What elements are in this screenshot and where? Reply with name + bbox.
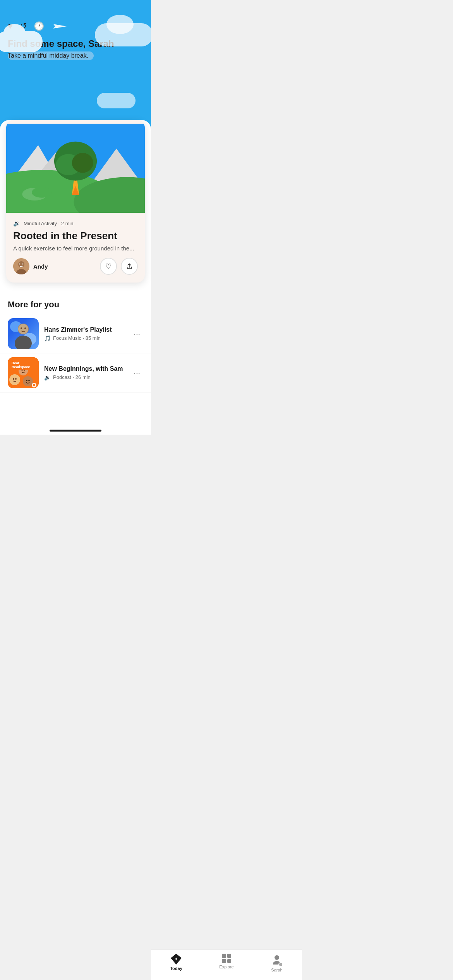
list-item[interactable]: Dear Headspace (0, 353, 151, 392)
dear-headspace-label: Dear Headspace (10, 360, 39, 370)
hans-photo (8, 318, 39, 349)
svg-point-24 (9, 374, 20, 385)
card-content: 🔉 Mindful Activity · 2 min Rooted in the… (6, 213, 145, 283)
svg-point-34 (33, 384, 35, 386)
hans-info: Hans Zimmer's Playlist 🎵 Focus Music · 8… (44, 326, 125, 341)
cloud-left-decoration (0, 31, 43, 52)
svg-point-16 (19, 264, 21, 265)
heart-button[interactable]: ♡ (100, 258, 117, 275)
hans-meta: 🎵 Focus Music · 85 min (44, 335, 125, 341)
dear-thumbnail: Dear Headspace (8, 357, 39, 388)
home-indicator-area (0, 430, 151, 435)
hans-thumbnail (8, 318, 39, 349)
subtitle-wrapper: Take a mindful midday break. (8, 51, 143, 60)
airplane-icon (51, 22, 68, 30)
dear-title: New Beginnings, with Sam (44, 365, 125, 372)
svg-point-10 (72, 153, 93, 173)
svg-point-25 (13, 378, 14, 380)
svg-point-19 (15, 336, 32, 349)
dear-meta-text: Podcast · 26 min (53, 374, 91, 380)
hans-meta-text: Focus Music · 85 min (53, 335, 101, 341)
featured-card[interactable]: 🔉 Mindful Activity · 2 min Rooted in the… (6, 120, 145, 283)
subtitle-text: Take a mindful midday break. (8, 52, 88, 59)
card-meta: 🔉 Mindful Activity · 2 min (13, 220, 138, 227)
card-title: Rooted in the Present (13, 230, 138, 242)
card-footer: Andy ♡ (13, 258, 138, 275)
author-name: Andy (33, 263, 48, 270)
hans-more-button[interactable]: ··· (130, 328, 143, 340)
card-description: A quick exercise to feel more grounded i… (13, 245, 138, 252)
svg-point-28 (26, 380, 27, 381)
cloud-right2-decoration (97, 93, 136, 108)
hans-title: Hans Zimmer's Playlist (44, 326, 125, 333)
more-section-title: More for you (0, 292, 151, 314)
home-indicator (50, 430, 101, 432)
cloud-right-decoration (95, 23, 151, 46)
svg-point-20 (18, 324, 28, 334)
featured-card-wrapper: 🔉 Mindful Activity · 2 min Rooted in the… (0, 120, 151, 283)
music-icon: 🎵 (44, 335, 51, 341)
list-item[interactable]: Hans Zimmer's Playlist 🎵 Focus Music · 8… (0, 314, 151, 353)
card-author[interactable]: Andy (13, 258, 48, 274)
card-illustration (6, 120, 145, 213)
share-button[interactable] (121, 258, 138, 275)
author-avatar (13, 258, 29, 274)
svg-point-12 (32, 187, 51, 198)
card-actions: ♡ (100, 258, 138, 275)
app-container: ♥ ↺ 🕐 Find some space, Sarah Take a mind… (0, 0, 151, 435)
dear-info: New Beginnings, with Sam 🔉 Podcast · 26 … (44, 365, 125, 380)
clock-icon: 🕐 (34, 21, 44, 31)
share-icon (126, 263, 133, 270)
speaker-icon: 🔉 (44, 374, 51, 380)
main-content: 🔉 Mindful Activity · 2 min Rooted in the… (0, 120, 151, 427)
svg-point-26 (15, 378, 17, 380)
svg-point-29 (28, 380, 30, 381)
dear-meta: 🔉 Podcast · 26 min (44, 374, 125, 380)
svg-point-22 (24, 327, 26, 329)
card-meta-text: Mindful Activity · 2 min (24, 221, 74, 226)
speaker-icon: 🔉 (13, 220, 21, 227)
hero-background: ♥ ↺ 🕐 Find some space, Sarah Take a mind… (0, 0, 151, 132)
svg-point-27 (23, 376, 33, 386)
svg-point-21 (21, 327, 22, 329)
heart-icon: ♡ (105, 262, 112, 271)
dear-more-button[interactable]: ··· (130, 367, 143, 379)
svg-point-17 (22, 264, 24, 265)
subtitle-pill: Take a mindful midday break. (8, 51, 94, 60)
